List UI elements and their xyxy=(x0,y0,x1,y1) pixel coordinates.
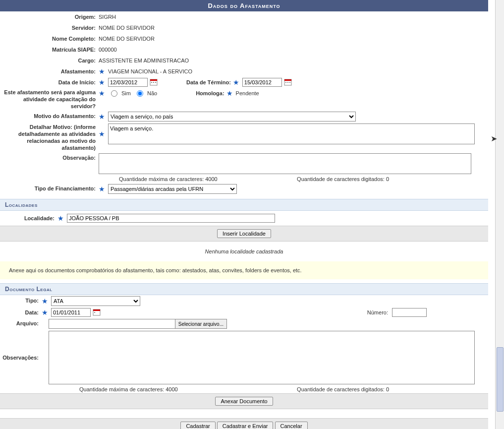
required-star-icon: ★ xyxy=(42,297,48,306)
financiamento-label: Tipo de Financiamento: xyxy=(2,184,99,193)
section-header-documento: Documento Legal xyxy=(0,283,488,295)
svg-rect-11 xyxy=(93,309,100,311)
motivo-label: Motivo do Afastamento: xyxy=(2,112,99,121)
required-star-icon: ★ xyxy=(99,67,105,76)
svg-rect-9 xyxy=(289,82,290,83)
data-doc-input[interactable] xyxy=(51,308,91,317)
nao-label: Não xyxy=(147,89,157,98)
svg-rect-12 xyxy=(94,312,95,313)
matricula-value: 000000 xyxy=(99,45,486,54)
cargo-label: Cargo: xyxy=(2,56,99,65)
servidor-label: Servidor: xyxy=(2,23,99,32)
observacao-label: Observação: xyxy=(2,153,99,162)
svg-rect-1 xyxy=(150,79,157,81)
cargo-value: ASSISTENTE EM ADMINISTRACAO xyxy=(99,56,486,65)
svg-rect-6 xyxy=(284,79,291,81)
required-star-icon: ★ xyxy=(42,308,48,317)
matricula-label: Matrícula SIAPE: xyxy=(2,45,99,54)
homologa-label: Homologa: xyxy=(196,89,224,98)
max-chars-label-2: Quantidade máxima de caracteres: 4000 xyxy=(79,386,178,392)
sim-label: Sim xyxy=(121,89,131,98)
required-star-icon: ★ xyxy=(99,112,105,121)
nome-value: NOME DO SERVIDOR xyxy=(99,34,486,43)
tipo-label: Tipo: xyxy=(2,296,42,305)
required-star-icon: ★ xyxy=(99,78,105,87)
required-star-icon: ★ xyxy=(57,214,64,223)
cadastrar-button[interactable]: Cadastrar xyxy=(180,422,215,429)
localidade-input[interactable] xyxy=(67,214,275,223)
detalhar-label: Detalhar Motivo: (informe detalhadamente… xyxy=(2,123,99,151)
origem-label: Origem: xyxy=(2,12,99,21)
svg-rect-7 xyxy=(285,82,286,83)
observacao-textarea[interactable] xyxy=(99,153,471,174)
data-termino-label: Data de Término: xyxy=(186,78,231,87)
required-star-icon: ★ xyxy=(99,184,105,193)
sim-radio[interactable] xyxy=(111,90,117,97)
svg-rect-3 xyxy=(153,82,154,83)
data-termino-input[interactable] xyxy=(242,78,282,87)
homologa-value: Pendente xyxy=(236,89,259,98)
anexar-documento-button[interactable]: Anexar Documento xyxy=(215,397,273,406)
required-star-icon: ★ xyxy=(99,89,105,98)
typed-chars-label: Quantidade de caracteres digitados: 0 xyxy=(297,176,389,182)
localidade-empty-msg: Nenhuma localidade cadastrada xyxy=(0,242,488,261)
tipo-select[interactable]: ATA xyxy=(51,296,140,306)
localidade-label: Localidade: xyxy=(3,214,57,223)
required-star-icon: ★ xyxy=(226,89,233,98)
data-inicio-input[interactable] xyxy=(108,78,148,87)
nome-label: Nome Completo: xyxy=(2,34,99,43)
cancelar-button[interactable]: Cancelar xyxy=(275,422,308,429)
observacoes-label: Observações: xyxy=(2,353,42,362)
selecionar-arquivo-button[interactable]: Selecionar arquivo... xyxy=(175,319,226,328)
servidor-value: NOME DO SERVIDOR xyxy=(99,23,486,32)
data-inicio-label: Data de Início: xyxy=(2,78,99,87)
calendar-icon[interactable] xyxy=(284,78,292,86)
inserir-localidade-button[interactable]: Inserir Localidade xyxy=(217,229,271,238)
detalhar-textarea[interactable]: Viagem a serviço. xyxy=(108,123,475,144)
vertical-scrollbar[interactable] xyxy=(495,0,504,429)
arquivo-label: Arquivo: xyxy=(2,319,42,328)
svg-rect-8 xyxy=(287,82,288,83)
typed-chars-label-2: Quantidade de caracteres digitados: 0 xyxy=(297,386,389,392)
cadastrar-enviar-button[interactable]: Cadastrar e Enviar xyxy=(217,422,274,429)
max-chars-label: Quantidade máxima de caracteres: 4000 xyxy=(119,176,218,182)
scrollbar-thumb[interactable] xyxy=(497,347,504,412)
capacitacao-label: Este afastamento será para alguma ativid… xyxy=(2,89,99,110)
calendar-icon[interactable] xyxy=(93,308,101,316)
data-doc-label: Data: xyxy=(2,308,42,317)
nao-radio[interactable] xyxy=(137,90,143,97)
attach-note: Anexe aqui os documentos comprobatórios … xyxy=(0,261,488,279)
svg-rect-4 xyxy=(155,82,156,83)
arquivo-input[interactable] xyxy=(49,319,175,328)
motivo-select[interactable]: Viagem a serviço, no país xyxy=(108,112,356,122)
origem-value: SIGRH xyxy=(99,12,486,21)
section-header-localidades: Localidades xyxy=(0,199,488,211)
calendar-icon[interactable] xyxy=(150,78,158,86)
financiamento-select[interactable]: Passagem/diárias arcadas pela UFRN xyxy=(108,184,237,194)
numero-label: Número: xyxy=(367,308,388,317)
required-star-icon: ★ xyxy=(233,78,239,87)
afastamento-label: Afastamento: xyxy=(2,67,99,76)
section-header-dados: Dados do Afastamento xyxy=(0,0,488,11)
afastamento-value: VIAGEM NACIONAL - A SERVICO xyxy=(108,67,192,76)
required-star-icon: ★ xyxy=(99,129,105,138)
observacoes-textarea[interactable] xyxy=(49,331,475,384)
numero-input[interactable] xyxy=(392,308,427,317)
svg-rect-2 xyxy=(151,82,152,83)
